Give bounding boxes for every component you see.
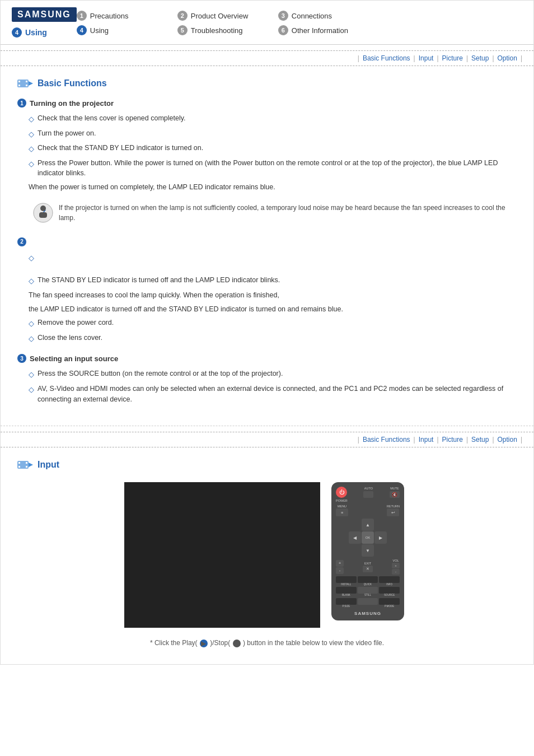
breadcrumb-sep-0: | [358, 54, 359, 62]
nav-label-2: Product Overview [191, 12, 249, 20]
dpad: ▲ ◀ OK ▶ ▼ [349, 519, 387, 557]
breadcrumb-link-option-2[interactable]: Option [495, 436, 519, 444]
breadcrumb-link-picture[interactable]: Picture [440, 54, 465, 62]
vol-down-2[interactable]: - [392, 569, 400, 575]
bottom-note-text-suffix: ) button in the table below to view the … [243, 639, 384, 647]
svg-rect-13 [18, 466, 20, 468]
dpad-up[interactable]: ▲ [362, 519, 374, 531]
breadcrumb-sep-b1: | [414, 436, 415, 444]
nav-num-6: 6 [278, 25, 288, 35]
list-item: ◇ AV, S-Video and HDMI modes can only be… [29, 384, 517, 405]
sub-heading-text-3: Selecting an input source [30, 354, 118, 363]
input-content-area: ⏻ POWER AUTO MUTE 🔇 [17, 482, 517, 628]
arrow-icon-2: ◇ [29, 129, 34, 140]
breadcrumb-link-input-2[interactable]: Input [416, 436, 436, 444]
return-button[interactable]: ↩ [387, 508, 399, 516]
breadcrumb-link-setup[interactable]: Setup [469, 54, 491, 62]
arrow-icon-6: ◇ [29, 276, 34, 287]
auto-button[interactable] [363, 491, 373, 498]
nav-item-6[interactable]: 6 Other Information [278, 25, 379, 35]
svg-rect-2 [18, 81, 20, 82]
bullet-list-2c: ◇ Remove the power cord. ◇ Close the len… [17, 318, 517, 344]
note-text-1: If the projector is turned on when the l… [59, 203, 512, 223]
list-item: ◇ Check that the STAND BY LED indicator … [29, 143, 517, 155]
inline-text-3: the LAMP LED indicator is turned off and… [29, 304, 517, 315]
logo-column: SAMSUNG 4 Using [12, 7, 77, 38]
nav-label-3: Connections [292, 12, 332, 20]
dpad-ok[interactable]: OK [362, 531, 374, 544]
breadcrumb-link-setup-2[interactable]: Setup [469, 436, 491, 444]
pmode-button[interactable] [379, 598, 400, 605]
dpad-right[interactable]: ▶ [374, 531, 387, 544]
breadcrumb-sep-b4: | [492, 436, 494, 444]
quick-button[interactable] [358, 576, 378, 583]
nav-label-using: Using [25, 28, 47, 37]
info-button[interactable] [379, 576, 400, 583]
install-button[interactable] [336, 576, 357, 583]
breadcrumb-sep-b5: | [521, 436, 522, 444]
sub-heading-2: 2 [17, 237, 517, 246]
remote-control: ⏻ POWER AUTO MUTE 🔇 [331, 482, 404, 620]
nav-item-3[interactable]: 3 Connections [278, 11, 379, 21]
svg-marker-1 [29, 81, 33, 86]
warning-icon: ✓ [33, 203, 53, 223]
subsection-turning-on: 1 Turning on the projector ◇ Check that … [17, 99, 517, 227]
quick-label: QUICK [358, 583, 378, 586]
breadcrumb-link-input[interactable]: Input [416, 54, 436, 62]
svg-rect-4 [26, 81, 27, 82]
breadcrumb-link-option[interactable]: Option [495, 54, 519, 62]
mute-button[interactable]: 🔇 [390, 491, 400, 498]
power-button[interactable]: ⏻ [336, 487, 347, 498]
dpad-empty-tl [349, 519, 361, 531]
breadcrumb-link-picture-2[interactable]: Picture [440, 436, 465, 444]
play-icon[interactable]: ▶ [200, 640, 208, 647]
vol-up-2[interactable]: + [392, 563, 400, 568]
nav-label-4: Using [90, 26, 109, 35]
bullet-text-2-2: Remove the power cord. [38, 318, 114, 328]
breadcrumb-sep-1: | [414, 54, 415, 62]
vol-up-button[interactable]: + [336, 560, 344, 567]
menu-button[interactable]: ≡ [336, 508, 348, 516]
arrow-icon-5: ◇ [29, 253, 34, 264]
nav-item-5[interactable]: 5 Troubleshooting [177, 25, 278, 35]
vol-down-button[interactable]: - [336, 567, 344, 574]
bullet-list-3: ◇ Press the SOURCE button (on the remote… [17, 368, 517, 404]
remote-samsung-brand: SAMSUNG [336, 611, 400, 616]
dpad-down[interactable]: ▼ [362, 544, 374, 557]
arrow-icon-7: ◇ [29, 318, 34, 329]
arrow-icon-4: ◇ [29, 158, 34, 170]
psize-button[interactable] [336, 598, 357, 605]
nav-item-2[interactable]: 2 Product Overview [177, 11, 278, 21]
still-button[interactable] [358, 587, 378, 594]
dpad-left[interactable]: ◀ [349, 531, 361, 544]
dpad-empty-br [374, 544, 387, 557]
power-label: POWER [336, 499, 348, 502]
svg-rect-3 [18, 85, 20, 86]
bullet-text-3-0: Press the SOURCE button (on the remote c… [38, 368, 283, 379]
bullet-list-2b: ◇ The STAND BY LED indicator is turned o… [17, 275, 517, 287]
section-title-basic: Basic Functions [17, 77, 517, 90]
breadcrumb-sep-b0: | [358, 436, 359, 444]
inline-text-2: The fan speed increases to cool the lamp… [29, 290, 517, 301]
breadcrumb-link-basic-2[interactable]: Basic Functions [360, 436, 413, 444]
info-label: INFO [379, 583, 400, 586]
bullet-text-2-0: The STAND BY LED indicator is turned off… [38, 275, 280, 286]
video-placeholder [124, 482, 320, 628]
stop-icon[interactable]: ■ [233, 640, 241, 647]
nav-grid: 1 Precautions 2 Product Overview 3 Conne… [77, 7, 522, 35]
still-label: STILL [358, 594, 378, 596]
arrow-icon-10: ◇ [29, 384, 34, 395]
breadcrumb-sep-5: | [521, 54, 522, 62]
blank-button[interactable] [336, 587, 357, 594]
breadcrumb-link-basic[interactable]: Basic Functions [360, 54, 413, 62]
sub-num-1: 1 [17, 99, 26, 108]
nav-item-1[interactable]: 1 Precautions [77, 11, 177, 21]
exit-button[interactable]: ✕ [363, 566, 373, 572]
arrow-icon-1: ◇ [29, 114, 34, 125]
nav-item-using[interactable]: 4 Using [12, 27, 47, 38]
nav-item-4-using[interactable]: 4 Using [77, 25, 177, 35]
source-button[interactable] [379, 587, 400, 594]
dpad-empty-bl [349, 544, 361, 557]
svg-rect-12 [18, 462, 20, 464]
arrow-icon-8: ◇ [29, 333, 34, 344]
